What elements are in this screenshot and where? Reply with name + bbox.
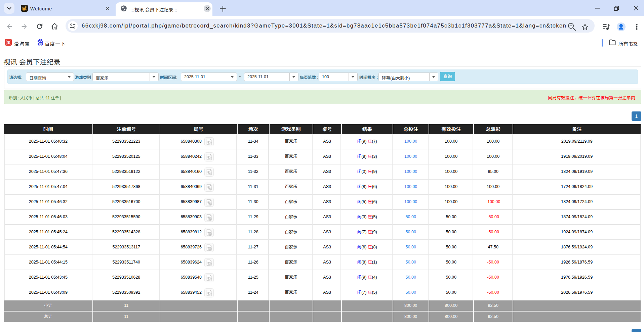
svg-text:du: du — [39, 43, 42, 45]
